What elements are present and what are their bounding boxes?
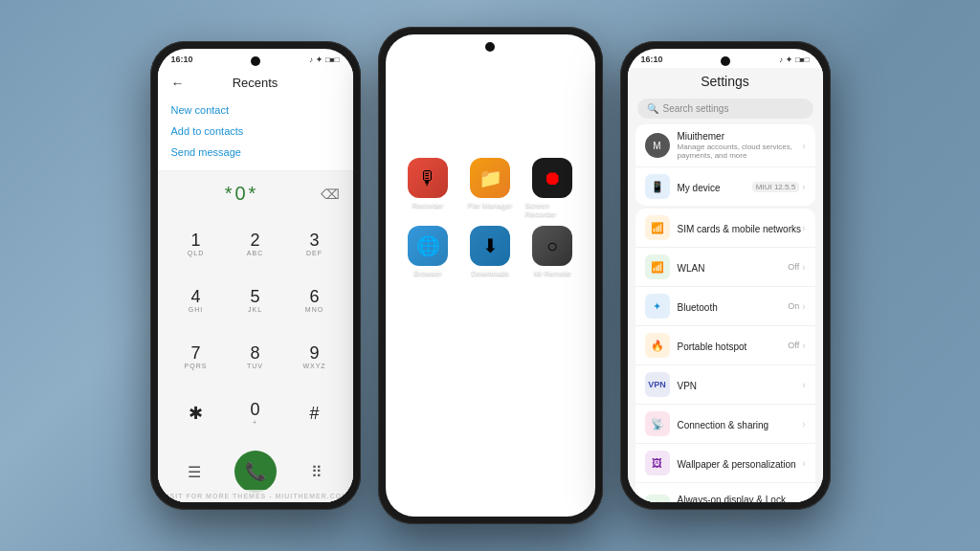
app-screen-recorder[interactable]: ⏺ Screen Recorder: [525, 158, 580, 218]
settings-vpn-item[interactable]: VPN VPN ›: [635, 365, 815, 405]
display-title: Always-on display & Lock screen: [678, 495, 786, 502]
browser-label: Browser: [413, 269, 441, 277]
dial-input-row: *0* ⌫: [158, 171, 353, 212]
dial-key-star[interactable]: ✱: [167, 386, 225, 441]
vpn-icon: VPN: [645, 372, 670, 397]
dial-key-1[interactable]: 1 QLD: [167, 216, 225, 271]
sharing-text: Connection & sharing: [678, 415, 803, 432]
hotspot-right: Off ›: [788, 341, 805, 351]
settings-wlan-item[interactable]: 📶 WLAN Off ›: [635, 248, 815, 287]
settings-device-item[interactable]: 📱 My device MIUI 12.5.5 ›: [635, 167, 815, 206]
settings-display-item[interactable]: 🔒 Always-on display & Lock screen ›: [635, 483, 815, 502]
settings-title: Settings: [628, 68, 823, 95]
status-time-1: 16:10: [171, 55, 193, 64]
account-sub: Manage accounts, cloud services, payment…: [678, 143, 803, 160]
sharing-chevron: ›: [802, 419, 805, 430]
wlan-right: Off ›: [788, 262, 805, 273]
dial-key-2[interactable]: 2 ABC: [227, 216, 284, 271]
dial-key-5[interactable]: 5 JKL: [227, 273, 284, 327]
call-button[interactable]: 📞: [234, 451, 277, 493]
hotspot-icon: 🔥: [645, 333, 670, 358]
add-contact-link[interactable]: Add to contacts: [171, 121, 340, 142]
hotspot-chevron: ›: [802, 341, 805, 351]
file-manager-icon: 📁: [470, 158, 510, 198]
punch-hole-1: [251, 56, 260, 66]
bluetooth-text: Bluetooth: [678, 298, 789, 315]
sim-title: SIM cards & mobile networks: [678, 224, 802, 234]
app-grid: 🎙 Recorder 📁 File Manager ⏺ Screen Recor…: [386, 150, 595, 285]
new-contact-link[interactable]: New contact: [171, 99, 340, 121]
bluetooth-right: On ›: [788, 301, 805, 312]
device-icon: 📱: [645, 174, 670, 199]
display-icon: 🔒: [645, 495, 670, 502]
dial-key-hash[interactable]: #: [286, 386, 344, 441]
dial-key-8[interactable]: 8 TUV: [227, 330, 284, 385]
display-chevron: ›: [802, 502, 805, 503]
app-recorder[interactable]: 🎙 Recorder: [401, 158, 456, 218]
hotspot-title: Portable hotspot: [678, 342, 747, 352]
send-message-link[interactable]: Send message: [171, 142, 340, 163]
account-text: Miuithemer Manage accounts, cloud servic…: [678, 131, 803, 160]
vpn-text: VPN: [678, 376, 803, 393]
status-time-3: 16:10: [641, 55, 663, 64]
miui-version-badge: MIUI 12.5.5: [752, 182, 799, 192]
app-mi-remote[interactable]: ○ Mi Remote: [525, 226, 580, 277]
device-label: My device: [678, 183, 721, 193]
dialpad-menu-icon[interactable]: ☰: [188, 463, 201, 481]
wallpaper-title: Wallpaper & personalization: [678, 459, 796, 470]
settings-sim-item[interactable]: 📶 SIM cards & mobile networks ›: [635, 209, 815, 248]
settings-wallpaper-item[interactable]: 🖼 Wallpaper & personalization ›: [635, 444, 815, 483]
account-avatar: M: [645, 133, 670, 158]
recents-header: ← Recents: [158, 68, 353, 96]
recents-title: Recents: [233, 76, 278, 90]
status-icons-2: ♪ ✦ □■□: [551, 41, 582, 50]
dial-key-3[interactable]: 3 DEF: [286, 216, 344, 271]
dialpad-grid-icon[interactable]: ⠿: [311, 463, 323, 481]
settings-network-card: 📶 SIM cards & mobile networks › 📶 WLAN: [635, 209, 815, 502]
settings-hotspot-item[interactable]: 🔥 Portable hotspot Off ›: [635, 326, 815, 365]
home-content: Miuithemer 🎙 Recorder 📁 File Manager ⏺ S…: [386, 54, 595, 517]
phones-container: 16:10 ♪ ✦ □■□ ← Recents New contact Add …: [150, 27, 831, 524]
device-chevron: ›: [802, 182, 805, 192]
screen-recorder-icon: ⏺: [532, 158, 572, 198]
bluetooth-chevron: ›: [802, 301, 805, 312]
recorder-label: Recorder: [412, 201, 444, 209]
mi-remote-icon: ○: [532, 226, 572, 266]
wlan-text: WLAN: [678, 258, 789, 276]
status-time-2: 16:10: [399, 40, 421, 50]
wallpaper-text: Wallpaper & personalization: [678, 454, 803, 472]
phone-1: 16:10 ♪ ✦ □■□ ← Recents New contact Add …: [150, 41, 361, 510]
wallpaper-chevron: ›: [802, 458, 805, 469]
back-arrow[interactable]: ←: [171, 76, 185, 91]
bluetooth-icon: ✦: [645, 294, 670, 319]
hotspot-text: Portable hotspot: [678, 337, 789, 354]
app-browser[interactable]: 🌐 Browser: [401, 226, 456, 277]
dial-key-4[interactable]: 4 GHI: [167, 273, 225, 327]
settings-account-card: M Miuithemer Manage accounts, cloud serv…: [635, 124, 815, 206]
wlan-title: WLAN: [678, 263, 705, 274]
settings-account-item[interactable]: M Miuithemer Manage accounts, cloud serv…: [635, 124, 815, 167]
dial-key-6[interactable]: 6 MNO: [286, 273, 344, 327]
app-file-manager[interactable]: 📁 File Manager: [463, 158, 518, 218]
downloads-icon: ⬇: [470, 226, 510, 266]
backspace-button[interactable]: ⌫: [321, 187, 340, 202]
downloads-label: Downloads: [471, 269, 509, 277]
wlan-icon: 📶: [645, 254, 670, 279]
dial-key-7[interactable]: 7 PQRS: [167, 330, 225, 385]
home-username: Miuithemer: [386, 101, 595, 150]
display-text: Always-on display & Lock screen: [678, 490, 803, 502]
sim-chevron: ›: [802, 223, 805, 233]
settings-search-bar[interactable]: 🔍 Search settings: [637, 99, 813, 119]
dialpad-area: *0* ⌫ 1 QLD 2 ABC 3: [158, 171, 353, 502]
status-icons-1: ♪ ✦ □■□: [309, 55, 340, 64]
app-downloads[interactable]: ⬇ Downloads: [463, 226, 518, 277]
wlan-status: Off: [788, 262, 799, 272]
hotspot-status: Off: [788, 341, 799, 350]
settings-sharing-item[interactable]: 📡 Connection & sharing ›: [635, 405, 815, 444]
wlan-chevron: ›: [802, 262, 805, 273]
dial-key-9[interactable]: 9 WXYZ: [286, 330, 344, 385]
bluetooth-status: On: [788, 301, 799, 311]
dial-key-0[interactable]: 0 +: [227, 386, 284, 441]
sharing-title: Connection & sharing: [678, 420, 769, 430]
settings-bluetooth-item[interactable]: ✦ Bluetooth On ›: [635, 287, 815, 326]
